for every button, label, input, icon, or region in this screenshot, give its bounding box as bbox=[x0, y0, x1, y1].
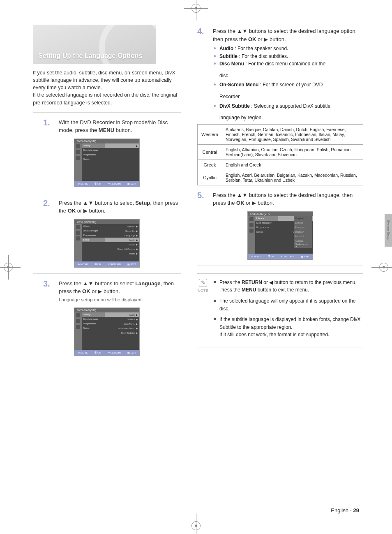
t: button to exit the menu. bbox=[256, 287, 309, 293]
osd-right-row bbox=[105, 157, 139, 162]
bullet-cont: language by region. bbox=[197, 114, 363, 122]
table-row: GreekEnglish and Greek bbox=[198, 160, 363, 170]
osd-right-row: DivX Subtitle ▶ bbox=[105, 331, 139, 335]
osd-right-row: Parental Control ▶ bbox=[105, 247, 139, 251]
section-heading-banner: Setting Up the Language Options bbox=[33, 25, 156, 64]
table-row: WesternAfrikaans, Basque, Catalan, Danis… bbox=[198, 124, 363, 144]
osd-left-row: Programme bbox=[255, 225, 278, 230]
osd-right-row: Language ▶ bbox=[105, 233, 139, 238]
language-region-table: WesternAfrikaans, Basque, Catalan, Danis… bbox=[197, 124, 363, 185]
osd-left-row: Programme bbox=[82, 153, 105, 157]
t: or bbox=[244, 200, 252, 206]
keyword: Audio bbox=[219, 46, 233, 51]
up-down-icon: ▲▼ bbox=[83, 200, 94, 206]
t: or bbox=[262, 280, 269, 285]
osd-screenshot-4: DVD-RAM(VR) LibraryDisc ManagerProgramme… bbox=[247, 211, 313, 260]
t: or bbox=[76, 208, 83, 214]
bullet-cont: disc bbox=[197, 72, 363, 80]
t: Press the bbox=[219, 280, 242, 285]
osd-left-row: Setup bbox=[255, 230, 278, 234]
t: or bbox=[90, 288, 98, 294]
osd-screenshot-2: DVD-RAM(VR) LibraryDisc ManagerProgramme… bbox=[74, 219, 140, 268]
option-bullet-list: Audio : For the speaker sound. Subtitle … bbox=[197, 45, 363, 68]
button-label: OK bbox=[82, 288, 90, 294]
table-row: CentralEnglish, Albanian, Croatian, Czec… bbox=[198, 144, 363, 160]
button-label: OK bbox=[68, 208, 76, 214]
t: If it still does not work, the format is… bbox=[219, 332, 329, 338]
right-icon: ▶ bbox=[98, 288, 102, 294]
option-bullet-list-2: On-Screen Menu : For the screen of your … bbox=[197, 81, 363, 89]
t: : For the disc subtitles. bbox=[238, 53, 288, 59]
intro-paragraph-1: If you set the audio, subtitle, disc men… bbox=[33, 69, 181, 91]
osd-left-row: Disc Manager bbox=[82, 229, 105, 233]
osd-right-row bbox=[105, 335, 139, 340]
osd-left-row: Disc Manager bbox=[82, 317, 105, 321]
option-bullet-list-3: DivX Subtitle : Selecting a supported Di… bbox=[197, 102, 363, 110]
osd-screenshot-1: DVD-RAM(VR) LibraryDisc ManagerProgramme… bbox=[74, 139, 140, 187]
keyword: Language bbox=[135, 280, 160, 287]
region-cell: Central bbox=[198, 144, 222, 160]
osd-title: DVD-RAM(VR) bbox=[74, 220, 139, 224]
bullet-disc-menu: Disc Menu : For the disc menu contained … bbox=[214, 60, 363, 68]
osd-left-row bbox=[82, 171, 105, 175]
osd-right-row: ▶ bbox=[105, 143, 139, 148]
button-label: RETURN bbox=[242, 280, 262, 285]
osd-left-row: Setup bbox=[82, 238, 105, 242]
osd-submenu-row: Italiano bbox=[294, 239, 312, 243]
osd-submenu-row: Français bbox=[294, 225, 312, 230]
languages-cell: English, Azeri, Belarusian, Bulgarian, K… bbox=[222, 170, 363, 185]
osd-right-row: On-Screen Menu ▶ bbox=[105, 326, 139, 331]
osd-foot-item: ⦿ OK bbox=[95, 183, 101, 185]
osd-left-row: Programme bbox=[82, 321, 105, 326]
osd-left-row: Library bbox=[82, 143, 105, 148]
osd-left-row bbox=[255, 234, 278, 239]
right-icon: ▶ bbox=[252, 200, 256, 206]
osd-submenu-row: English bbox=[294, 221, 312, 225]
osd-left-row: Setup bbox=[82, 157, 105, 162]
osd-right-row: Subtitle ▶ bbox=[105, 317, 139, 321]
osd-title: DVD-RAM(VR) bbox=[74, 308, 139, 312]
osd-foot-item: ⊕ MOVE bbox=[78, 263, 88, 266]
page-number: 29 bbox=[353, 507, 359, 513]
osd-foot-item: ⦿ OK bbox=[95, 263, 101, 266]
keyword: DivX Subtitle bbox=[219, 103, 250, 109]
osd-left-row bbox=[82, 335, 105, 340]
t: button. bbox=[88, 208, 105, 214]
keyword: Setup bbox=[135, 200, 150, 206]
button-label: MENU bbox=[242, 287, 256, 293]
step-number: 1. bbox=[43, 118, 55, 127]
up-down-icon: ▲▼ bbox=[237, 28, 248, 34]
page-footer: English - 29 bbox=[331, 507, 359, 513]
keyword: Subtitle bbox=[219, 53, 238, 59]
step-number: 3. bbox=[43, 280, 55, 288]
osd-left-row bbox=[82, 162, 105, 166]
step-3: 3. Press the ▲▼ buttons to select Langua… bbox=[33, 280, 181, 303]
osd-right-row bbox=[105, 171, 139, 175]
osd-submenu-row: Español bbox=[294, 234, 312, 239]
note-icon: ✎ NOTE bbox=[197, 279, 209, 342]
osd-right-row bbox=[105, 166, 139, 171]
step-4: 4. Press the ▲▼ buttons to select the de… bbox=[197, 27, 363, 43]
t: Press the bbox=[59, 280, 83, 287]
keyword: On-Screen Menu bbox=[219, 82, 258, 88]
osd-right-row bbox=[105, 162, 139, 166]
languages-cell: English and Greek bbox=[222, 160, 363, 170]
table-row: CyrillicEnglish, Azeri, Belarusian, Bulg… bbox=[198, 170, 363, 185]
osd-left-row bbox=[255, 243, 278, 248]
side-tab: System Setup bbox=[385, 214, 392, 247]
bullet-cont: Recorder bbox=[197, 93, 363, 101]
osd-left-row: Setup bbox=[82, 326, 105, 331]
step-number: 4. bbox=[197, 27, 209, 35]
step-5: 5. Press the ▲▼ buttons to select the de… bbox=[197, 191, 363, 207]
osd-left-row bbox=[82, 166, 105, 171]
osd-submenu-row: Deutsch bbox=[294, 230, 312, 234]
osd-title: DVD-RAM(VR) bbox=[74, 139, 139, 143]
osd-left-row: Library bbox=[255, 216, 278, 221]
right-icon: ▶ bbox=[83, 208, 88, 214]
osd-foot-item: ⊕ MOVE bbox=[251, 255, 261, 258]
osd-foot-item: ⊕ MOVE bbox=[78, 351, 88, 354]
region-cell: Greek bbox=[198, 160, 222, 170]
osd-screenshot-3: DVD-RAM(VR) LibraryDisc ManagerProgramme… bbox=[74, 307, 140, 356]
osd-right-row bbox=[105, 153, 139, 157]
note-item: Press the RETURN or ◀ button to return t… bbox=[214, 279, 363, 294]
